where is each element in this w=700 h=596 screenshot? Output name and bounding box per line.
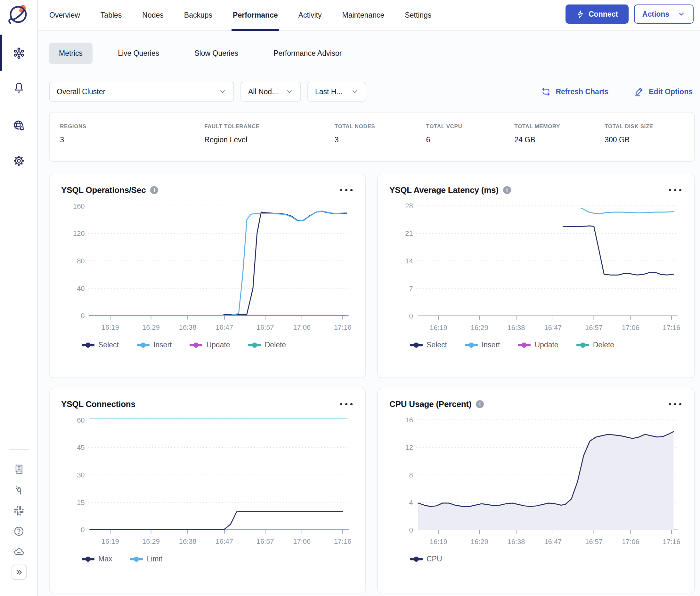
- yugabyte-logo[interactable]: [7, 3, 30, 28]
- chevron-down-icon: [286, 88, 293, 96]
- svg-text:16:57: 16:57: [257, 323, 274, 331]
- subtab-bar: MetricsLive QueriesSlow QueriesPerforman…: [49, 43, 352, 64]
- tab-overview[interactable]: Overview: [49, 0, 80, 30]
- legend-marker: [130, 556, 143, 562]
- sidebar-divider: [9, 449, 29, 450]
- svg-text:8: 8: [409, 471, 413, 479]
- chart-title: CPU Usage (Percent): [389, 399, 471, 409]
- sidebar-expand-button[interactable]: [11, 565, 27, 580]
- svg-text:16:47: 16:47: [544, 324, 562, 332]
- info-icon[interactable]: i: [476, 400, 484, 408]
- globe-gear-icon[interactable]: [12, 119, 25, 132]
- connect-button[interactable]: Connect: [566, 4, 629, 24]
- legend-item-select[interactable]: Select: [410, 341, 447, 349]
- stat-regions: REGIONS3: [60, 123, 86, 144]
- bell-icon[interactable]: [12, 81, 25, 94]
- stat-label: FAULT TOLERANCE: [204, 123, 260, 130]
- svg-text:0: 0: [409, 312, 413, 320]
- subtab-slow-queries[interactable]: Slow Queries: [184, 43, 248, 64]
- legend-item-delete[interactable]: Delete: [576, 341, 614, 349]
- metrics-toolbar: Overall Cluster All Nod... Last H... Ref…: [49, 82, 693, 102]
- legend-label: Update: [206, 341, 230, 349]
- chart-canvas: 60453015016:1916:2916:3816:4716:5717:061…: [50, 410, 365, 548]
- tab-activity[interactable]: Activity: [299, 0, 322, 30]
- chevron-down-icon: [219, 88, 226, 96]
- legend-label: Update: [535, 341, 558, 349]
- time-range-select-value: Last H...: [315, 88, 343, 96]
- legend-label: Delete: [265, 341, 286, 349]
- svg-text:60: 60: [77, 416, 84, 424]
- nodes-select[interactable]: All Nod...: [240, 82, 301, 102]
- subtab-live-queries[interactable]: Live Queries: [108, 43, 169, 64]
- chart-menu-button[interactable]: [339, 187, 354, 194]
- svg-text:16:47: 16:47: [215, 537, 233, 545]
- info-icon[interactable]: i: [503, 186, 511, 194]
- legend-item-delete[interactable]: Delete: [248, 341, 286, 349]
- slack-icon[interactable]: [13, 505, 25, 517]
- legend-item-insert[interactable]: Insert: [465, 341, 500, 349]
- svg-text:120: 120: [73, 229, 85, 238]
- subtab-metrics[interactable]: Metrics: [49, 43, 93, 64]
- active-nav-indicator: [0, 34, 2, 71]
- svg-text:17:06: 17:06: [622, 324, 640, 332]
- svg-text:0: 0: [81, 312, 84, 320]
- legend-marker: [410, 342, 423, 348]
- legend-item-update[interactable]: Update: [518, 341, 558, 349]
- cluster-hub-icon[interactable]: [12, 47, 25, 59]
- legend-item-max[interactable]: Max: [82, 555, 112, 563]
- cluster-select[interactable]: Overall Cluster: [49, 82, 234, 102]
- help-icon[interactable]: [13, 525, 25, 537]
- docs-book-icon[interactable]: [13, 463, 25, 475]
- integrations-plug-icon[interactable]: [13, 484, 25, 495]
- sidebar: [0, 0, 38, 596]
- tab-maintenance[interactable]: Maintenance: [342, 0, 385, 30]
- chart-menu-button[interactable]: [668, 187, 683, 194]
- chart-legend: Select Insert Update Delete: [82, 341, 365, 349]
- legend-item-select[interactable]: Select: [82, 341, 119, 349]
- svg-text:16: 16: [405, 416, 413, 424]
- legend-item-update[interactable]: Update: [189, 341, 230, 349]
- subtab-performance-advisor[interactable]: Performance Advisor: [263, 43, 352, 64]
- legend-item-insert[interactable]: Insert: [137, 341, 172, 349]
- legend-marker: [518, 342, 530, 348]
- actions-button[interactable]: Actions: [634, 4, 694, 24]
- gear-icon[interactable]: [12, 154, 25, 167]
- legend-item-limit[interactable]: Limit: [130, 555, 162, 563]
- legend-item-cpu[interactable]: CPU: [410, 555, 442, 563]
- stat-label: TOTAL DISK SIZE: [604, 123, 653, 130]
- svg-text:16:38: 16:38: [179, 537, 197, 545]
- svg-text:16:57: 16:57: [585, 324, 603, 332]
- stat-label: TOTAL vCPU: [426, 123, 462, 130]
- legend-marker: [189, 342, 202, 348]
- stat-value: 3: [60, 135, 86, 144]
- svg-text:14: 14: [405, 257, 413, 265]
- svg-text:16:38: 16:38: [508, 324, 525, 332]
- svg-text:40: 40: [77, 284, 84, 293]
- chart-menu-button[interactable]: [668, 400, 683, 408]
- chart-title: YSQL Average Latency (ms): [389, 185, 499, 195]
- info-icon[interactable]: i: [150, 186, 158, 194]
- chart-menu-button[interactable]: [339, 400, 354, 408]
- stat-total-nodes: TOTAL NODES3: [335, 123, 375, 144]
- svg-text:45: 45: [77, 444, 84, 451]
- stat-total-memory: TOTAL MEMORY24 GB: [514, 123, 560, 144]
- tab-tables[interactable]: Tables: [101, 0, 122, 30]
- tab-nodes[interactable]: Nodes: [142, 0, 163, 30]
- legend-marker: [82, 342, 95, 348]
- stat-fault-tolerance: FAULT TOLERANCERegion Level: [204, 123, 260, 144]
- nodes-select-value: All Nod...: [248, 88, 278, 96]
- refresh-charts-link[interactable]: Refresh Charts: [541, 86, 608, 97]
- tab-settings[interactable]: Settings: [405, 0, 431, 30]
- tab-performance[interactable]: Performance: [233, 0, 278, 30]
- svg-text:16:38: 16:38: [179, 323, 197, 331]
- chevron-down-icon: [678, 10, 685, 18]
- svg-text:16:19: 16:19: [102, 323, 119, 331]
- svg-text:12: 12: [405, 444, 413, 451]
- tab-backups[interactable]: Backups: [184, 0, 212, 30]
- refresh-charts-label: Refresh Charts: [555, 88, 608, 96]
- cloud-status-icon[interactable]: [13, 546, 25, 557]
- stat-value: 3: [335, 135, 375, 144]
- edit-options-link[interactable]: Edit Options: [634, 86, 693, 97]
- chevron-down-icon: [351, 88, 359, 96]
- time-range-select[interactable]: Last H...: [307, 82, 366, 102]
